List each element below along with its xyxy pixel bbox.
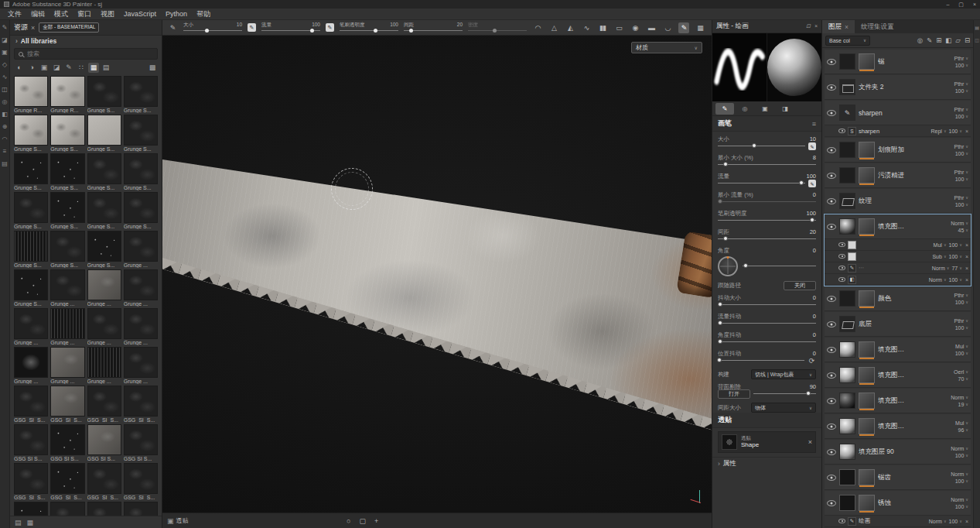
straighten-tool-icon[interactable]: ◠ [2, 135, 8, 142]
material-picker-tool-icon[interactable]: ◎ [2, 98, 8, 105]
asset-item[interactable]: Grunge ... [50, 347, 84, 384]
asset-item[interactable]: Grunge ... [14, 308, 48, 345]
tab-layers[interactable]: 图层 × [822, 20, 855, 33]
tab-stencil[interactable]: ▣ [756, 103, 774, 115]
asset-item[interactable]: Grunge S... [87, 115, 121, 152]
blend-mode-dropdown[interactable]: Norm∨ [951, 221, 968, 226]
visibility-toggle-icon[interactable] [827, 423, 836, 430]
blend-mode-dropdown[interactable]: Pthr∨ [954, 107, 968, 112]
layer-row[interactable]: 纹理Pthr∨100∨ [825, 189, 971, 214]
param-slider[interactable] [718, 198, 816, 206]
asset-item[interactable]: GSG_SI_S... [124, 386, 158, 423]
asset-item[interactable]: Grunge R... [50, 76, 84, 113]
pen-pressure-toggle-icon[interactable]: ✎ [326, 23, 334, 32]
filter-particles-icon[interactable]: ∷ [76, 63, 87, 73]
opacity-dropdown[interactable]: 100∨ [955, 63, 968, 68]
asset-item[interactable]: Grunge ... [87, 308, 121, 345]
asset-item[interactable]: Grunge R... [14, 76, 48, 113]
slider-handle[interactable] [799, 180, 804, 185]
param-select[interactable]: 物体∨ [751, 403, 816, 413]
opacity-dropdown[interactable]: 100∨ [955, 325, 968, 331]
visibility-toggle-icon[interactable] [838, 277, 845, 282]
asset-item[interactable]: Grunge ... [50, 308, 84, 345]
menu-item-视图[interactable]: 视图 [96, 9, 119, 19]
param-slider[interactable] [718, 357, 804, 365]
param-slider[interactable] [753, 390, 816, 398]
opacity-dropdown[interactable]: 70∨ [958, 376, 968, 382]
layer-row[interactable]: 文件夹 2Pthr∨100∨ [825, 75, 971, 100]
opacity-dropdown[interactable]: 100∨ [955, 177, 968, 182]
properties-collapsed-section[interactable]: › 属性 [712, 457, 821, 469]
tab-brush[interactable]: ✎ [715, 103, 734, 115]
rotate-view-icon[interactable]: ○ [347, 517, 350, 525]
visibility-toggle-icon[interactable] [827, 321, 836, 327]
layer-effect-row[interactable]: Mul∨100∨× [825, 239, 971, 251]
asset-item[interactable]: Grunge S... [87, 231, 121, 268]
film-icon[interactable]: ▬ [646, 22, 657, 33]
visibility-toggle-icon[interactable] [827, 449, 836, 455]
asset-item[interactable]: Grunge S... [87, 153, 121, 190]
layer-row[interactable]: 填充图…Norm∨45∨ [825, 214, 971, 239]
menu-item-帮助[interactable]: 帮助 [192, 9, 215, 19]
layer-effect-row[interactable]: ◧Norm∨100∨× [825, 274, 971, 286]
paint-mode-icon[interactable]: ✎ [678, 22, 689, 33]
smudge-tool-icon[interactable]: ∿ [2, 74, 8, 81]
search-input[interactable] [27, 50, 120, 57]
remove-effect-icon[interactable]: × [965, 266, 968, 271]
assets-scope-button[interactable]: 全部 - BASEMATERIAL [39, 22, 99, 33]
asset-item[interactable]: GSG_SI_S... [50, 463, 84, 500]
view-options-icon[interactable]: ▩ [147, 63, 158, 73]
clone-tool-icon[interactable]: ◫ [2, 86, 8, 93]
visibility-toggle-icon[interactable] [838, 266, 845, 270]
slider-handle[interactable] [718, 302, 722, 307]
layer-row[interactable]: 锯Pthr∨100∨ [825, 50, 971, 74]
paint-tool-icon[interactable]: ✎ [2, 24, 8, 31]
param-slider[interactable] [718, 338, 816, 346]
blend-mode-dropdown[interactable]: Norm∨ [932, 266, 950, 271]
remove-effect-icon[interactable]: × [965, 129, 968, 134]
layer-row[interactable]: 填充图…Norm∨19∨ [825, 389, 971, 413]
opacity-dropdown[interactable]: 19∨ [958, 402, 968, 407]
asset-item[interactable]: Grunge ... [50, 269, 84, 307]
layer-row[interactable]: 填充图…Oerl∨70∨ [825, 363, 971, 388]
remove-effect-icon[interactable]: × [965, 277, 968, 283]
pen-pressure-toggle-icon[interactable]: ✎ [808, 180, 816, 187]
opacity-dropdown[interactable]: 100∨ [949, 277, 962, 283]
add-folder-icon[interactable]: ▱ [955, 36, 961, 44]
slider-handle[interactable] [718, 339, 722, 344]
visibility-toggle-icon[interactable] [827, 147, 836, 153]
tab-texture-set-settings[interactable]: 纹理集设置 [855, 20, 900, 33]
param-toggle-button[interactable]: 关闭 [784, 281, 816, 290]
polygon-fill-tool-icon[interactable]: ◇ [2, 61, 7, 68]
blend-mode-dropdown[interactable]: Pthr∨ [954, 195, 968, 201]
asset-item[interactable]: Grunge S... [87, 76, 121, 113]
asset-item[interactable]: Grunge S... [14, 153, 48, 190]
preset-menu-icon[interactable]: ≡ [812, 120, 816, 128]
visibility-toggle-icon[interactable] [827, 372, 836, 379]
asset-item[interactable]: Grunge S... [87, 192, 121, 229]
layer-effect-row[interactable]: Sub∨100∨× [825, 251, 971, 262]
asset-item[interactable]: Grunge ... [87, 347, 121, 384]
layer-row[interactable]: 填充图层 90Norm∨100∨ [825, 440, 971, 465]
param-slider[interactable] [718, 161, 816, 169]
add-effect-icon[interactable]: ✎ [927, 36, 932, 44]
dock-icon[interactable]: ⊡ [806, 23, 811, 29]
pause-engine-icon[interactable]: ▮▮ [597, 22, 608, 33]
filter-filters-icon[interactable]: ◪ [51, 63, 62, 73]
layer-row[interactable]: 颜色Pthr∨100∨ [825, 286, 971, 311]
visibility-toggle-icon[interactable] [827, 500, 836, 506]
asset-item[interactable]: Grunge S... [50, 231, 84, 268]
asset-item[interactable]: Grunge S... [50, 153, 84, 190]
visibility-toggle-icon[interactable] [827, 398, 836, 404]
close-button[interactable]: × [973, 2, 976, 8]
blend-mode-dropdown[interactable]: Pthr∨ [954, 293, 968, 298]
visibility-toggle-icon[interactable] [838, 129, 845, 133]
export-tool-icon[interactable]: ▤ [2, 160, 8, 167]
close-icon[interactable]: × [814, 23, 818, 29]
list-view-icon[interactable]: ▤ [15, 519, 22, 526]
asset-item[interactable]: GSG_SI_S... [87, 463, 121, 500]
asset-item[interactable]: GSG_SI_S... [14, 463, 48, 500]
perspective-icon[interactable]: ▭ [613, 22, 624, 33]
asset-item[interactable]: Grunge ... [124, 231, 158, 268]
pen-pressure-toggle-icon[interactable]: ✎ [248, 23, 256, 32]
